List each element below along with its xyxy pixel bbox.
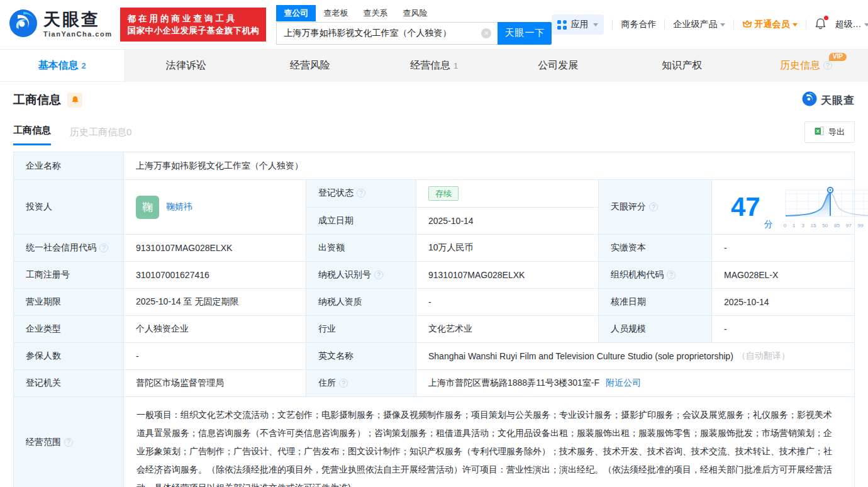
investor-cell: 鞠 鞠婧祎 [124, 180, 306, 234]
brand-name: 天眼查 [43, 11, 112, 28]
section-title: 工商信息 [13, 92, 61, 108]
field-label: 住所 ? [306, 370, 416, 396]
apps-menu[interactable]: 应用 [552, 14, 604, 35]
help-icon[interactable]: ? [374, 271, 383, 279]
account-menu[interactable]: 超级… [835, 19, 868, 30]
subtab-business-info[interactable]: 工商信息 [13, 125, 51, 145]
watermark-logo: 天眼查 [802, 91, 855, 109]
menu-enterprise[interactable]: 企业级产品 [673, 19, 725, 30]
search-tab-company[interactable]: 查公司 [276, 5, 316, 21]
subscribe-bell-icon[interactable] [67, 92, 82, 108]
field-label: 实缴资本 [599, 235, 712, 261]
field-value: 310107001627416 [124, 262, 306, 288]
field-label: 人员规模 [599, 316, 712, 342]
field-label: 出资额 [306, 235, 416, 261]
notification-dot [824, 16, 828, 20]
field-label-text: 住所 [318, 378, 336, 389]
field-label: 工商注册号 [14, 262, 124, 288]
tab-company-development[interactable]: 公司发展 [496, 50, 620, 81]
field-label: 参保人数 [14, 343, 124, 369]
company-name-value: 上海万事如祎影视文化工作室（个人独资） [124, 152, 854, 179]
tab-label: 知识产权 [662, 59, 702, 72]
company-nav-tabs: 基本信息 2 法律诉讼 经营风险 经营信息 1 公司发展 知识产权 历史信息 ?… [0, 49, 868, 82]
export-button[interactable]: X 导出 [804, 121, 855, 143]
field-value: 文化艺术业 [416, 316, 599, 342]
table-row: 经营范围 ? 一般项目：组织文化艺术交流活动；文艺创作；电影摄制服务；摄像及视频… [14, 397, 854, 487]
tab-count: 2 [81, 61, 86, 70]
apps-label: 应用 [570, 19, 588, 30]
excel-icon: X [815, 126, 824, 138]
field-value: - [124, 343, 306, 369]
search-tabs: 查公司 查老板 查关系 查风险 [276, 5, 552, 21]
help-icon[interactable]: ? [357, 189, 365, 198]
promo-banner: 都在用的商业查询工具 国家中小企业发展子基金旗下机构 [120, 8, 266, 42]
search-tab-risk[interactable]: 查风险 [395, 5, 435, 21]
help-icon[interactable]: ? [64, 438, 73, 447]
search-tab-relation[interactable]: 查关系 [355, 5, 395, 21]
table-row: 企业类型 个人独资企业 行业 文化艺术业 人员规模 - [14, 316, 854, 343]
chart-axis-labels: 0131550859799100 [783, 223, 868, 228]
established-date-value: 2025-10-14 [416, 208, 598, 235]
table-row: 参保人数 - 英文名称 Shanghai Wanshi Ruyi Film an… [14, 343, 854, 370]
search-tab-boss[interactable]: 查老板 [316, 5, 355, 21]
clear-search-icon[interactable]: × [481, 28, 491, 38]
business-info-table: 企业名称 上海万事如祎影视文化工作室（个人独资） 投资人 鞠 鞠婧祎 登记状态 … [13, 152, 855, 487]
field-label-text: 登记状态 [318, 188, 353, 199]
investor-link[interactable]: 鞠婧祎 [166, 201, 192, 213]
field-label: 企业名称 [14, 152, 124, 179]
investor-avatar[interactable]: 鞠 [136, 196, 159, 219]
promo-line1: 都在用的商业查询工具 [127, 13, 259, 25]
english-name-cell: Shanghai Wanshi Ruyi Film and Television… [416, 343, 854, 369]
brand-domain: TianYanCha.com [43, 31, 112, 38]
help-icon[interactable]: ? [667, 271, 676, 279]
tab-legal[interactable]: 法律诉讼 [124, 50, 248, 81]
search-input[interactable] [276, 22, 498, 45]
menu-cooperation[interactable]: 商务合作 [621, 19, 656, 30]
business-scope-value: 一般项目：组织文化艺术交流活动；文艺创作；电影摄制服务；摄像及视频制作服务；项目… [124, 397, 854, 487]
tab-label: 基本信息 [38, 59, 78, 72]
search-area: 查公司 查老板 查关系 查风险 × 天眼一下 [276, 5, 552, 45]
menu-open-vip[interactable]: 开通会员 [742, 19, 798, 30]
field-label: 组织机构代码 ? [599, 262, 712, 288]
watermark-text: 天眼查 [821, 93, 855, 108]
tab-operation-info[interactable]: 经营信息 1 [372, 50, 496, 81]
registration-status-cell: 存续 [416, 180, 598, 207]
field-label: 登记状态 ? [306, 180, 416, 207]
promo-line2: 国家中小企业发展子基金旗下机构 [127, 25, 259, 36]
field-label: 成立日期 [306, 208, 416, 235]
tab-label: 经营风险 [290, 59, 330, 72]
table-row: 统一社会信用代码 ? 91310107MAG028ELXK 出资额 10万人民币… [14, 235, 854, 262]
field-value: 个人独资企业 [124, 316, 306, 342]
tab-basic-info[interactable]: 基本信息 2 [0, 50, 124, 81]
field-value: 2025-10-14 至 无固定期限 [124, 289, 306, 315]
nearby-companies-link[interactable]: 附近公司 [606, 378, 641, 389]
field-value: 10万人民币 [416, 235, 599, 261]
field-label: 纳税人识别号 ? [306, 262, 416, 288]
account-label: 超级… [835, 19, 861, 30]
search-button[interactable]: 天眼一下 [498, 22, 552, 45]
help-icon[interactable]: ? [823, 61, 832, 70]
help-icon[interactable]: ? [339, 379, 348, 388]
crown-icon [742, 20, 752, 30]
field-label: 纳税人资质 [306, 289, 416, 315]
subtab-history-business-info[interactable]: 历史工商信息0 [70, 126, 131, 145]
tab-label: 公司发展 [538, 59, 578, 72]
help-icon[interactable]: ? [99, 244, 108, 252]
address-value: 上海市普陀区曹杨路1888弄11号3楼301室-F [428, 378, 599, 389]
tab-intellectual-property[interactable]: 知识产权 [620, 50, 744, 81]
field-value: 普陀区市场监督管理局 [124, 370, 306, 396]
help-icon[interactable]: ? [649, 203, 658, 211]
notification-bell-icon[interactable] [815, 18, 826, 32]
chevron-down-icon [793, 23, 798, 26]
field-label: 投资人 [14, 180, 124, 234]
field-value: 91310107MAG028ELXK [124, 235, 306, 261]
divider [806, 20, 806, 30]
tab-operation-risk[interactable]: 经营风险 [248, 50, 372, 81]
tab-label: 经营信息 [410, 59, 450, 72]
table-row: 企业名称 上海万事如祎影视文化工作室（个人独资） [14, 152, 854, 180]
field-label: 天眼评分 ? [599, 180, 712, 234]
tianyancha-logo[interactable]: 天眼查 TianYanCha.com [9, 9, 112, 40]
export-label: 导出 [828, 126, 845, 138]
tab-history-info[interactable]: 历史信息 ? VIP [744, 50, 868, 81]
field-value: 2025-10-14 [712, 289, 854, 315]
